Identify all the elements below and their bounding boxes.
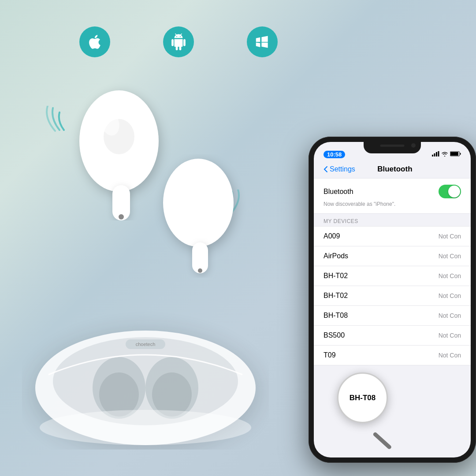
svg-rect-20 — [436, 152, 437, 156]
svg-rect-23 — [460, 153, 461, 155]
bluetooth-toggle-row: Bluetooth — [324, 185, 461, 198]
magnifier-circle: BH-T08 — [337, 372, 388, 423]
back-button[interactable]: Settings — [324, 165, 355, 173]
svg-text:choetech: choetech — [136, 342, 156, 347]
device-row-bs500[interactable]: BS500 Not Con — [314, 326, 471, 346]
platform-icons-group — [79, 26, 278, 57]
device-list: A009 Not Con AirPods Not Con BH-T02 Not … — [314, 226, 471, 365]
svg-point-7 — [198, 268, 202, 273]
nav-bar: Settings Bluetooth — [314, 161, 471, 178]
battery-icon — [450, 151, 461, 156]
discoverable-text: Now discoverable as "iPhone". — [324, 201, 461, 207]
device-name-bht02-2: BH-T02 — [324, 292, 348, 300]
device-status-t09: Not Con — [439, 352, 461, 359]
apple-icon — [79, 26, 110, 57]
device-row-bht02-1[interactable]: BH-T02 Not Con — [314, 266, 471, 286]
device-status-bht02-2: Not Con — [439, 292, 461, 299]
device-row-bht02-2[interactable]: BH-T02 Not Con — [314, 286, 471, 306]
status-time: 10:58 — [324, 150, 345, 158]
wifi-icon — [441, 151, 448, 156]
earbud-right — [150, 154, 247, 279]
bluetooth-section: Bluetooth Now discoverable as "iPhone". — [314, 178, 471, 214]
status-icons — [432, 151, 461, 156]
device-status-bs500: Not Con — [439, 332, 461, 339]
back-label: Settings — [330, 165, 355, 173]
back-chevron-icon — [324, 166, 328, 173]
bluetooth-label: Bluetooth — [324, 188, 353, 196]
device-row-bht08[interactable]: BH-T08 Not Con — [314, 306, 471, 326]
svg-rect-21 — [438, 151, 439, 156]
bluetooth-toggle[interactable] — [439, 185, 461, 198]
time-badge: 10:58 — [324, 151, 345, 158]
device-status-bht08: Not Con — [439, 312, 461, 319]
device-name-bht08: BH-T08 — [324, 312, 348, 320]
phone-outer: 10:58 — [309, 137, 476, 463]
svg-point-13 — [99, 372, 139, 416]
windows-icon — [247, 26, 278, 57]
svg-point-17 — [40, 410, 251, 445]
svg-point-2 — [119, 214, 124, 219]
device-status-bht02-1: Not Con — [439, 272, 461, 279]
charging-case: choetech — [22, 300, 269, 450]
device-name-t09: T09 — [324, 351, 336, 359]
device-row-airpods[interactable]: AirPods Not Con — [314, 246, 471, 266]
phone-notch — [364, 142, 421, 153]
phone-speaker — [380, 145, 405, 147]
device-status-airpods: Not Con — [439, 253, 461, 260]
svg-rect-18 — [432, 155, 433, 156]
phone-camera — [411, 143, 416, 148]
svg-point-5 — [163, 159, 234, 247]
device-row-t09[interactable]: T09 Not Con — [314, 346, 471, 365]
device-status-a009: Not Con — [439, 233, 461, 240]
signal-icon — [432, 151, 439, 156]
android-icon — [163, 26, 194, 57]
phone-mockup: 10:58 — [309, 137, 476, 472]
magnifier-group: BH-T08 — [337, 372, 390, 425]
nav-title: Bluetooth — [377, 165, 412, 174]
device-name-airpods: AirPods — [324, 252, 348, 260]
magnifier-label: BH-T08 — [350, 394, 376, 402]
device-name-bht02-1: BH-T02 — [324, 272, 348, 280]
device-row-a009[interactable]: A009 Not Con — [314, 227, 471, 246]
my-devices-header: MY DEVICES — [314, 214, 471, 226]
svg-rect-19 — [434, 153, 435, 156]
svg-rect-24 — [450, 152, 458, 156]
device-name-a009: A009 — [324, 232, 340, 240]
device-name-bs500: BS500 — [324, 331, 345, 339]
svg-point-14 — [152, 372, 192, 416]
